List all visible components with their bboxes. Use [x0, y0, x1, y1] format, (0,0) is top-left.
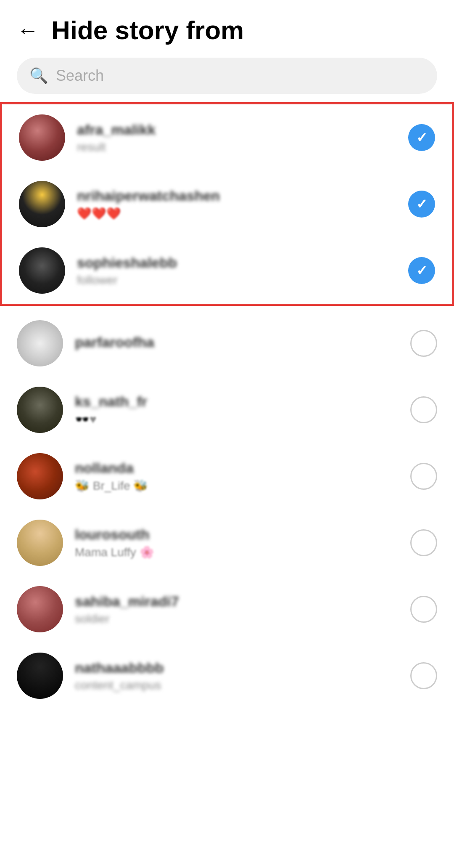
contact-username: afra_malikk [77, 122, 408, 138]
search-placeholder: Search [56, 67, 104, 85]
avatar [17, 586, 63, 632]
list-item[interactable]: ks_nath_fr 🕶️♥ [0, 377, 454, 443]
checkbox-selected[interactable] [408, 257, 435, 284]
contact-subtitle: ❤️❤️❤️ [77, 207, 408, 220]
contact-username: sahiba_miradi7 [75, 593, 410, 610]
avatar [17, 653, 63, 699]
contact-subtitle: content_campus [75, 679, 410, 692]
search-bar[interactable]: 🔍 Search [17, 58, 437, 94]
contact-username: lourosouth [75, 526, 410, 543]
page-title: Hide story from [51, 15, 244, 45]
checkbox-unselected[interactable] [410, 396, 437, 423]
list-item[interactable]: parfaroofha [0, 310, 454, 377]
checkbox-selected[interactable] [408, 191, 435, 218]
contact-info: nathaaabbbb content_campus [75, 660, 410, 692]
contact-info: nrihaiperwatchashen ❤️❤️❤️ [77, 188, 408, 220]
list-item[interactable]: nollanda 🐝 Br_Life 🐝 [0, 443, 454, 510]
checkbox-unselected[interactable] [410, 463, 437, 490]
contact-info: ks_nath_fr 🕶️♥ [75, 393, 410, 426]
contact-subtitle: follower [77, 273, 408, 287]
header: ← Hide story from [0, 0, 454, 58]
contact-subtitle: result [77, 141, 408, 154]
checkbox-selected[interactable] [408, 124, 435, 151]
checkbox-unselected[interactable] [410, 596, 437, 623]
contact-username: ks_nath_fr [75, 393, 410, 410]
checkbox-unselected[interactable] [410, 662, 437, 689]
list-item[interactable]: nathaaabbbb content_campus [0, 642, 454, 709]
contact-info: afra_malikk result [77, 122, 408, 154]
contact-info: sophieshalebb follower [77, 255, 408, 287]
contact-username: nathaaabbbb [75, 660, 410, 676]
avatar [17, 520, 63, 566]
contact-username: sophieshalebb [77, 255, 408, 271]
contact-username: parfaroofha [75, 334, 410, 350]
checkbox-unselected[interactable] [410, 330, 437, 357]
contact-subtitle: 🕶️♥ [75, 412, 410, 426]
contact-username: nrihaiperwatchashen [77, 188, 408, 204]
list-item[interactable]: nrihaiperwatchashen ❤️❤️❤️ [2, 171, 452, 237]
list-item[interactable]: sahiba_miradi7 soldier [0, 576, 454, 642]
contact-subtitle: soldier [75, 612, 410, 626]
contact-subtitle: 🐝 Br_Life 🐝 [75, 479, 410, 493]
avatar [19, 114, 65, 161]
avatar [17, 320, 63, 366]
avatar [17, 453, 63, 499]
avatar [19, 181, 65, 227]
contact-info: sahiba_miradi7 soldier [75, 593, 410, 626]
contact-info: parfaroofha [75, 334, 410, 353]
list-item[interactable]: sophieshalebb follower [2, 237, 452, 304]
list-item[interactable]: lourosouth Mama Luffy 🌸 [0, 510, 454, 576]
contact-info: lourosouth Mama Luffy 🌸 [75, 526, 410, 559]
selected-contacts-section: afra_malikk result nrihaiperwatchashen ❤… [0, 102, 454, 306]
contact-username: nollanda [75, 460, 410, 476]
checkbox-unselected[interactable] [410, 529, 437, 556]
search-icon: 🔍 [29, 67, 48, 85]
contact-subtitle: Mama Luffy 🌸 [75, 545, 410, 559]
avatar [17, 387, 63, 433]
avatar [19, 247, 65, 294]
list-item[interactable]: afra_malikk result [2, 104, 452, 171]
back-button[interactable]: ← [17, 19, 39, 41]
contact-info: nollanda 🐝 Br_Life 🐝 [75, 460, 410, 493]
